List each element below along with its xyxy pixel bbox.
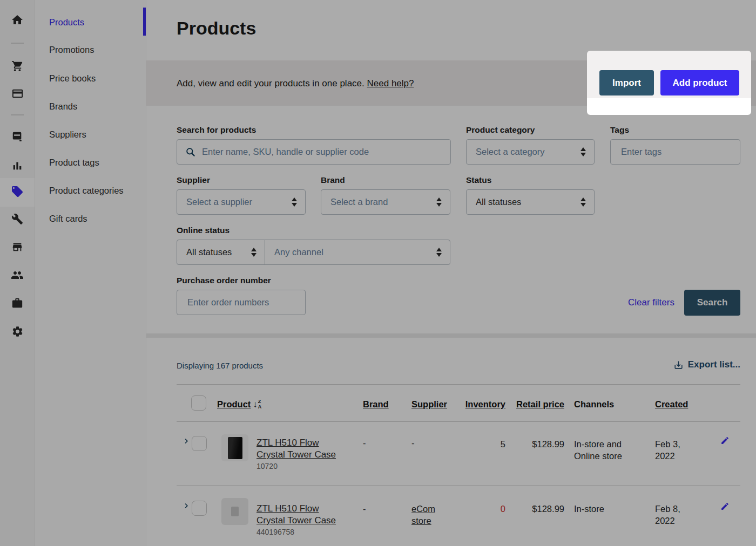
- add-product-button[interactable]: Add product: [660, 70, 739, 95]
- spotlight-highlight: Import Add product: [587, 51, 751, 115]
- app-window: Products Promotions Price books Brands S…: [0, 0, 756, 546]
- import-button[interactable]: Import: [599, 70, 654, 95]
